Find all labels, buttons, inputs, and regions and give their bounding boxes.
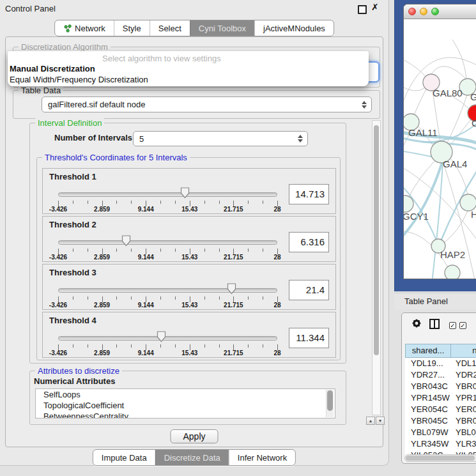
- settings-gear-icon[interactable]: [411, 318, 422, 329]
- threshold-slider[interactable]: [58, 187, 277, 201]
- tick-label: 28: [273, 302, 280, 309]
- slider-handle[interactable]: [180, 187, 190, 199]
- tab-label: Infer Network: [238, 453, 287, 463]
- tick-label: 28: [273, 349, 280, 357]
- scrollbar-down-stepper[interactable]: ▼: [376, 417, 385, 425]
- attributes-scrollbar-thumb[interactable]: [327, 390, 333, 411]
- algorithm-dropdown: Select algorithm to view settings Manual…: [8, 51, 369, 86]
- threshold-value-field[interactable]: 11.344: [289, 328, 329, 348]
- threshold-value-field[interactable]: 6.316: [289, 232, 329, 252]
- cell-shared-name: YER054C: [405, 404, 451, 415]
- cell-name: YER054C: [451, 404, 476, 415]
- slider-track[interactable]: [58, 336, 277, 341]
- tab-select[interactable]: Select: [150, 20, 190, 36]
- threshold-slider[interactable]: [58, 282, 277, 296]
- apply-button[interactable]: Apply: [170, 429, 218, 443]
- network-canvas[interactable]: GAL80GACGAL11GAL4GCY1HHAP2: [404, 19, 476, 279]
- cell-name: YPR145W: [451, 392, 476, 404]
- threshold-value-field[interactable]: 21.4: [289, 280, 329, 300]
- tab-discretize-data[interactable]: Discretize Data: [155, 450, 229, 465]
- threshold-label: Threshold 3: [49, 268, 96, 277]
- close-icon[interactable]: ✗: [371, 2, 379, 12]
- table-scrollbar-thumb[interactable]: [406, 456, 475, 461]
- tick-label: 21.715: [224, 349, 243, 357]
- slider-handle[interactable]: [121, 235, 131, 247]
- node-label: C: [472, 118, 476, 128]
- threshold-value-field[interactable]: 14.713: [289, 184, 329, 204]
- threshold-slider[interactable]: [58, 234, 277, 249]
- control-panel-title: Control Panel: [5, 4, 56, 13]
- table-data-combobox[interactable]: galFiltered.sif default node: [42, 96, 372, 112]
- column-header-shared-name[interactable]: shared...: [405, 344, 451, 358]
- tab-jactivemnodules[interactable]: jActiveMNodules: [254, 20, 334, 36]
- tab-impute-data[interactable]: Impute Data: [93, 450, 155, 465]
- attributes-group-label: Attributes to discretize: [35, 366, 122, 376]
- table-row[interactable]: YDL19...YDL19: [405, 358, 476, 369]
- checkbox-icon[interactable]: ✓: [449, 322, 456, 329]
- column-header-name[interactable]: name: [451, 344, 476, 358]
- tab-label: Network: [75, 24, 105, 33]
- dropdown-option-manual-discretization[interactable]: Manual Discretization: [10, 64, 95, 73]
- numerical-attributes-list[interactable]: SelfLoopsTopologicalCoefficientBetweenne…: [35, 388, 335, 418]
- tab-label: Cyni Toolbox: [199, 24, 246, 33]
- table-data-value: galFiltered.sif default node: [48, 100, 145, 109]
- control-panel-tabs: NetworkStyleSelectCyni ToolboxjActiveMNo…: [54, 20, 334, 36]
- tab-label: jActiveMNodules: [263, 24, 325, 33]
- cell-shared-name: YBR045C: [405, 415, 451, 427]
- tick-label: 28: [273, 254, 280, 261]
- table-header-row: shared... name: [405, 344, 476, 358]
- table-body: YDL19...YDL19YDR27...YDR27YBR043CYBR043C…: [405, 358, 476, 461]
- number-of-intervals-combobox[interactable]: 5: [133, 131, 308, 146]
- threshold-slider[interactable]: [58, 330, 277, 344]
- table-row[interactable]: YPR145WYPR145W: [405, 392, 476, 404]
- attribute-list-item[interactable]: BetweennessCentrality: [36, 411, 335, 418]
- panel-vertical-scrollbar[interactable]: [372, 120, 381, 415]
- zoom-traffic-light-icon[interactable]: [431, 8, 439, 15]
- slider-tick-labels: -3.4262.8599.14415.4321.71528: [58, 302, 277, 309]
- attribute-list-item[interactable]: SelfLoops: [36, 389, 335, 400]
- attribute-list-item[interactable]: TopologicalCoefficient: [36, 400, 335, 411]
- table-row[interactable]: YBR045CYBR045C: [405, 415, 476, 427]
- tab-infer-network[interactable]: Infer Network: [229, 450, 295, 465]
- number-of-intervals-label: Number of Intervals: [54, 133, 132, 142]
- slider-handle[interactable]: [157, 331, 166, 342]
- split-columns-icon[interactable]: [429, 319, 440, 329]
- interval-definition-group: Interval Definition Number of Intervals …: [29, 123, 346, 364]
- slider-handle[interactable]: [227, 283, 236, 295]
- close-traffic-light-icon[interactable]: [408, 8, 416, 15]
- table-horizontal-scrollbar[interactable]: [404, 454, 476, 462]
- scrollbar-up-stepper[interactable]: ▲: [366, 417, 375, 425]
- network-window-titlebar[interactable]: [404, 4, 476, 19]
- threshold-coordinates-group: Threshold's Coordinates for 5 Intervals …: [36, 157, 341, 360]
- discretization-algorithm-label: Discretization Algorithm: [19, 42, 111, 52]
- float-window-icon[interactable]: [358, 5, 367, 14]
- table-panel: ✓ ✓ shared... name YDL19...YDL19YDR27...…: [401, 312, 476, 464]
- checkbox-icon[interactable]: ✓: [459, 322, 466, 329]
- tab-label: Impute Data: [102, 453, 147, 463]
- tab-cyni-toolbox[interactable]: Cyni Toolbox: [190, 20, 254, 36]
- attributes-scrollbar[interactable]: [326, 390, 334, 417]
- control-panel-window: Control Panel ✗ NetworkStyleSelectCyni T…: [0, 0, 389, 466]
- table-row[interactable]: YER054CYER054C: [405, 404, 476, 415]
- slider-track[interactable]: [58, 288, 277, 293]
- tick-label: 21.715: [224, 302, 243, 309]
- table-row[interactable]: YBL079WYBL079W: [405, 427, 476, 438]
- minimize-traffic-light-icon[interactable]: [420, 8, 427, 15]
- table-row[interactable]: YDR27...YDR27: [405, 369, 476, 381]
- table-data-label: Table Data: [19, 86, 63, 95]
- slider-track[interactable]: [58, 240, 277, 245]
- table-panel-titlebar: Table Panel: [394, 293, 476, 309]
- table-row[interactable]: YBR043CYBR043C: [405, 381, 476, 392]
- cell-shared-name: YDL19...: [405, 358, 451, 369]
- panel-scrollbar-thumb[interactable]: [374, 125, 379, 355]
- node-label: GA: [470, 91, 476, 102]
- interval-definition-label: Interval Definition: [35, 118, 104, 128]
- table-row[interactable]: YLR345WYLR345W: [405, 438, 476, 450]
- slider-track[interactable]: [58, 192, 277, 197]
- network-node[interactable]: [445, 265, 460, 279]
- desktop: Control Panel ✗ NetworkStyleSelectCyni T…: [0, 0, 476, 476]
- dropdown-option-equal-width[interactable]: Equal Width/Frequency Discretization: [10, 75, 148, 84]
- tab-network[interactable]: Network: [55, 20, 114, 36]
- tab-style[interactable]: Style: [114, 20, 150, 36]
- tick-label: -3.426: [49, 302, 67, 309]
